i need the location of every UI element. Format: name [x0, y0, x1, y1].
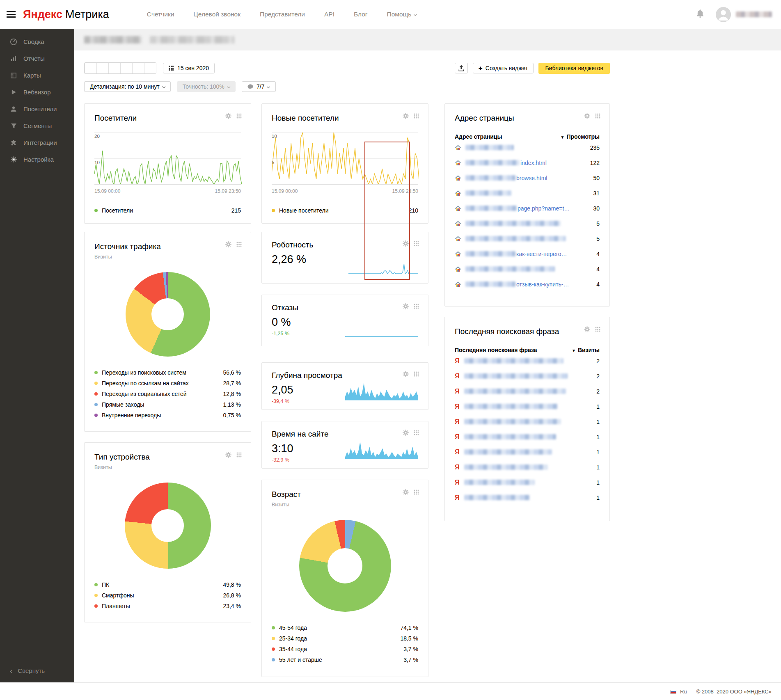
date-range-button[interactable] — [132, 63, 144, 73]
sidebar-item[interactable]: Вебвизор — [0, 84, 74, 101]
notifications-bell-icon[interactable] — [696, 9, 704, 20]
widget-drag-handle-icon[interactable] — [236, 452, 242, 458]
top-nav-item[interactable]: Блог — [354, 11, 368, 18]
widget-settings-gear-icon[interactable] — [403, 371, 409, 377]
widget-library-button[interactable]: Библиотека виджетов — [538, 63, 610, 74]
counter-name-redacted[interactable] — [84, 36, 142, 43]
widget-drag-handle-icon[interactable] — [414, 304, 419, 309]
top-nav-item[interactable]: Целевой звонок — [193, 11, 240, 18]
widget-drag-handle-icon[interactable] — [414, 241, 419, 246]
widget-settings-gear-icon[interactable] — [225, 452, 231, 458]
hamburger-menu-icon[interactable] — [7, 9, 16, 19]
page-url-row[interactable]: как-вести-перего… 4 — [455, 246, 600, 261]
widget-drag-handle-icon[interactable] — [595, 113, 600, 119]
language-switcher[interactable]: Ru — [680, 689, 687, 695]
device-type-donut-chart[interactable] — [125, 483, 211, 569]
sidebar-item[interactable]: Настройка — [0, 151, 74, 168]
url-redacted — [465, 251, 515, 256]
sidebar-item[interactable]: Интеграции — [0, 134, 74, 151]
widget-drag-handle-icon[interactable] — [236, 242, 242, 247]
detail-select[interactable]: Детализация: по 10 минут — [84, 81, 171, 92]
page-url-row[interactable]: browse.html 50 — [455, 170, 600, 185]
search-phrase-row[interactable]: Я 2 — [455, 384, 600, 399]
widget-settings-gear-icon[interactable] — [403, 113, 409, 119]
widget-settings-gear-icon[interactable] — [225, 113, 231, 119]
widget-drag-handle-icon[interactable] — [236, 113, 242, 119]
widget-drag-handle-icon[interactable] — [414, 490, 419, 495]
age-donut-chart[interactable] — [299, 520, 391, 612]
sidebar-item[interactable]: Отчеты — [0, 50, 74, 67]
chart-legend-row: Посетители 215 — [94, 200, 241, 214]
page-url-row[interactable]: 235 — [455, 140, 600, 155]
search-phrase-row[interactable]: Я 1 — [455, 475, 600, 490]
page-url-row[interactable]: index.html 122 — [455, 155, 600, 170]
widget-settings-gear-icon[interactable] — [403, 303, 409, 309]
accuracy-select[interactable]: Точность: 100% — [177, 81, 236, 92]
sort-desc-icon[interactable]: ▼ — [572, 348, 576, 353]
robotness-sparkline — [348, 263, 418, 274]
widget-settings-gear-icon[interactable] — [403, 240, 409, 247]
widget-settings-gear-icon[interactable] — [225, 241, 231, 247]
widget-drag-handle-icon[interactable] — [414, 371, 419, 377]
avatar[interactable] — [716, 7, 731, 22]
legend-dot — [94, 403, 98, 406]
phrase-redacted — [464, 464, 548, 470]
date-range-button[interactable] — [120, 63, 132, 73]
logo[interactable]: ЯндексМетрика — [23, 8, 109, 21]
widget-drag-handle-icon[interactable] — [414, 113, 419, 119]
search-phrase-row[interactable]: Я 1 — [455, 490, 600, 505]
sidebar-item[interactable]: Сводка — [0, 33, 74, 50]
export-button[interactable] — [455, 63, 468, 73]
search-phrase-row[interactable]: Я 1 — [455, 460, 600, 475]
widget-settings-gear-icon[interactable] — [403, 430, 409, 436]
top-nav-item[interactable]: Представители — [260, 11, 305, 18]
date-range-button[interactable] — [85, 63, 96, 73]
widget-drag-handle-icon[interactable] — [595, 327, 600, 332]
search-phrase-row[interactable]: Я 2 — [455, 368, 600, 384]
page-url-row[interactable]: 5 — [455, 216, 600, 231]
widget-settings-gear-icon[interactable] — [584, 326, 590, 332]
create-widget-button[interactable]: + Создать виджет — [473, 63, 534, 73]
page-url-row[interactable]: 4 — [455, 261, 600, 277]
widget-drag-handle-icon[interactable] — [414, 430, 419, 435]
search-phrase-row[interactable]: Я 2 — [455, 353, 600, 368]
new-visitors-line-chart[interactable]: 10 5 — [272, 132, 418, 185]
date-range-button[interactable] — [144, 63, 156, 73]
visitors-line-chart[interactable]: 20 10 — [94, 132, 241, 185]
legend-dot — [272, 637, 275, 640]
date-range-button[interactable] — [108, 63, 120, 73]
traffic-source-donut-chart[interactable] — [126, 272, 210, 357]
url-redacted — [465, 160, 520, 165]
webvisor-icon — [10, 89, 17, 95]
username-redacted[interactable] — [736, 11, 772, 17]
widget-settings-gear-icon[interactable] — [403, 489, 409, 495]
column-header-visits[interactable]: Визиты — [578, 347, 600, 353]
visits-count: 1 — [596, 479, 600, 486]
sidebar-collapse-button[interactable]: ‹ Свернуть — [10, 667, 45, 674]
search-phrase-row[interactable]: Я 1 — [455, 414, 600, 429]
visits-count: 1 — [596, 464, 600, 471]
search-phrase-row[interactable]: Я 1 — [455, 399, 600, 414]
copyright: © 2008–2020 ООО «ЯНДЕКС» — [696, 689, 772, 695]
date-range-button[interactable] — [96, 63, 108, 73]
search-phrase-row[interactable]: Я 1 — [455, 429, 600, 444]
page-url-row[interactable]: отзыв-как-купить-… 4 — [455, 277, 600, 292]
top-nav-item[interactable]: Счетчики — [147, 11, 174, 18]
sidebar-item[interactable]: Карты — [0, 67, 74, 84]
site-favicon-icon — [455, 251, 461, 257]
comments-select[interactable]: 7/7 — [242, 81, 276, 92]
column-header-views[interactable]: Просмотры — [566, 133, 600, 140]
page-url-row[interactable]: 31 — [455, 185, 600, 201]
widget-settings-gear-icon[interactable] — [584, 113, 590, 119]
sidebar-item[interactable]: Посетители — [0, 101, 74, 117]
top-nav-item[interactable]: API — [324, 11, 334, 18]
logo-metrica: Метрика — [65, 8, 109, 21]
date-picker-button[interactable]: 15 сен 2020 — [163, 63, 215, 73]
time-on-site-sparkline — [345, 441, 418, 459]
sidebar-item[interactable]: Сегменты — [0, 117, 74, 134]
sort-desc-icon[interactable]: ▼ — [561, 135, 565, 140]
top-nav-item[interactable]: Помощь — [387, 11, 417, 18]
page-url-row[interactable]: 5 — [455, 231, 600, 246]
page-url-row[interactable]: page.php?name=t… 30 — [455, 201, 600, 216]
search-phrase-row[interactable]: Я 1 — [455, 444, 600, 460]
